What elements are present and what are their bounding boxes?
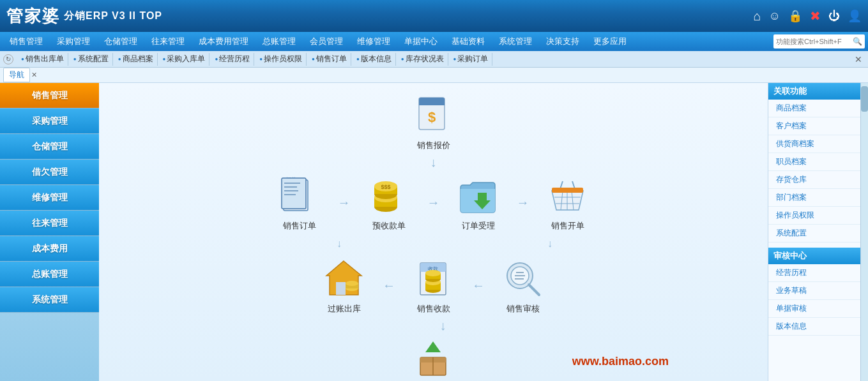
tab-sales-out[interactable]: ●销售出库单 xyxy=(17,53,68,66)
nav-item-contacts[interactable]: 往来管理 xyxy=(145,32,191,51)
tab-system-config[interactable]: ●系统配置 xyxy=(70,53,113,66)
nav-item-ledger[interactable]: 总账管理 xyxy=(256,32,302,51)
sidebar-item-repair[interactable]: 维修管理 xyxy=(0,185,99,211)
svg-point-44 xyxy=(425,270,441,276)
right-link-supplier[interactable]: 供货商档案 xyxy=(768,135,860,153)
right-link-customer[interactable]: 客户档案 xyxy=(768,117,860,135)
nav-item-member[interactable]: 会员管理 xyxy=(303,32,349,51)
sidebar-item-warehouse[interactable]: 仓储管理 xyxy=(0,134,99,160)
sidebar-item-system[interactable]: 系统管理 xyxy=(0,287,99,313)
power-icon[interactable]: ⏻ xyxy=(828,10,840,23)
sub-tabs: 导航 ✕ xyxy=(0,68,868,83)
node-post-out[interactable]: 过账出库 xyxy=(316,256,373,315)
sub-tab-nav[interactable]: 导航 xyxy=(3,68,30,82)
person-icon[interactable]: ☺ xyxy=(769,10,780,23)
nav-item-warehouse[interactable]: 仓储管理 xyxy=(98,32,144,51)
sidebar-item-sales[interactable]: 销售管理 xyxy=(0,83,99,108)
nav-search[interactable]: 🔍 xyxy=(773,34,865,49)
svg-rect-13 xyxy=(284,183,300,184)
sidebar-item-purchase[interactable]: 采购管理 xyxy=(0,108,99,134)
nav-item-repair[interactable]: 维修管理 xyxy=(351,32,397,51)
svg-rect-14 xyxy=(284,186,297,188)
svg-rect-49 xyxy=(515,275,525,276)
nav-item-more[interactable]: 更多应用 xyxy=(587,32,633,51)
svg-rect-50 xyxy=(515,278,524,280)
right-link-staff[interactable]: 职员档案 xyxy=(768,153,860,171)
header-icons: ⌂ ☺ 🔒 ✖ ⏻ 👤 xyxy=(754,8,862,24)
flow-row-3: 过账出库 → 收款 xyxy=(316,256,552,315)
tab-product[interactable]: ●商品档案 xyxy=(114,53,158,66)
header: 管家婆 分销ERP V3 II TOP ⌂ ☺ 🔒 ✖ ⏻ 👤 xyxy=(0,0,868,32)
node-sales-open-label: 销售开单 xyxy=(551,220,584,232)
right-link-operator[interactable]: 操作员权限 xyxy=(768,207,860,225)
node-sales-return[interactable]: 销售退货 xyxy=(405,336,462,381)
nav-item-cost[interactable]: 成本费用管理 xyxy=(192,32,255,51)
nav-item-system[interactable]: 系统管理 xyxy=(492,32,538,51)
sidebar-item-contacts[interactable]: 往来管理 xyxy=(0,211,99,236)
scrollbar[interactable] xyxy=(860,83,868,381)
tab-sales-order[interactable]: ●销售订单 xyxy=(308,53,351,66)
arrow-right-3: → xyxy=(517,195,529,210)
right-link-product[interactable]: 商品档案 xyxy=(768,100,860,117)
node-sales-audit-label: 销售审核 xyxy=(506,303,540,315)
node-post-out-label: 过账出库 xyxy=(328,303,361,315)
node-sales-collect-label: 销售收款 xyxy=(417,303,450,315)
arrow-down-return: ↓ xyxy=(440,319,446,332)
svg-rect-48 xyxy=(516,272,524,273)
arrow-left-1: → xyxy=(383,278,395,293)
node-sales-audit[interactable]: 销售审核 xyxy=(494,256,552,315)
node-sales-open[interactable]: 销售开单 xyxy=(539,173,597,232)
tab-purchase-order[interactable]: ●采购订单 xyxy=(450,53,493,66)
nav-item-sales[interactable]: 销售管理 xyxy=(3,32,49,51)
content-area: $ 销售报价 ↓ xyxy=(99,83,768,381)
lock-icon[interactable]: 🔒 xyxy=(788,9,802,23)
svg-rect-30 xyxy=(552,188,583,193)
tab-inventory-status[interactable]: ●库存状况表 xyxy=(397,53,448,66)
sidebar-item-ledger[interactable]: 总账管理 xyxy=(0,262,99,287)
node-sales-collect[interactable]: 收款 销售收款 xyxy=(405,256,462,315)
search-icon[interactable]: 🔍 xyxy=(853,37,862,46)
right-link-dept[interactable]: 部门档案 xyxy=(768,189,860,207)
tab-version[interactable]: ●版本信息 xyxy=(353,53,396,66)
right-link-doc-audit[interactable]: 单据审核 xyxy=(768,300,860,318)
tabs-bar: ↻ ●销售出库单 ●系统配置 ●商品档案 ●采购入库单 ●经营历程 ●操作员权限… xyxy=(0,51,868,68)
sub-tab-close[interactable]: ✕ xyxy=(31,71,37,79)
svg-rect-32 xyxy=(336,282,346,295)
user-icon[interactable]: 👤 xyxy=(848,9,862,23)
home-icon[interactable]: ⌂ xyxy=(754,9,761,24)
right-link-biz-history[interactable]: 经营历程 xyxy=(768,264,860,282)
flow-row-arrows: ↓ ↓ xyxy=(288,238,579,250)
refresh-button[interactable]: ↻ xyxy=(3,54,13,64)
arrow-right-1: → xyxy=(338,195,351,210)
close-circle-icon[interactable]: ✖ xyxy=(810,8,821,24)
tab-purchase-in[interactable]: ●采购入库单 xyxy=(159,53,210,66)
nav-item-docs[interactable]: 单据中心 xyxy=(398,32,444,51)
right-link-syscfg[interactable]: 系统配置 xyxy=(768,225,860,243)
svg-text:$$$: $$$ xyxy=(381,184,390,190)
sidebar-container: 销售管理 采购管理 仓储管理 借欠管理 维修管理 往来管理 成本费用 总账管理 … xyxy=(0,83,99,381)
nav-item-basic[interactable]: 基础资料 xyxy=(445,32,491,51)
right-link-version[interactable]: 版本信息 xyxy=(768,318,860,336)
node-sales-quote[interactable]: $ 销售报价 xyxy=(405,93,462,151)
tab-biz-history[interactable]: ●经营历程 xyxy=(211,53,254,66)
node-sales-order[interactable]: 订单 销售订单 xyxy=(271,173,328,232)
arrow-down-post: ↓ xyxy=(310,238,368,250)
flow-row-1: $ 销售报价 xyxy=(405,93,462,151)
node-order-accept[interactable]: 订单受理 xyxy=(450,173,507,232)
sidebar-item-cost[interactable]: 成本费用 xyxy=(0,236,99,262)
node-sales-order-label: 销售订单 xyxy=(283,220,316,232)
arrow-left-2: → xyxy=(472,278,485,293)
right-link-draft[interactable]: 业务草稿 xyxy=(768,282,860,300)
node-prepay[interactable]: $$$ 预收款单 xyxy=(360,173,418,232)
right-section-title-audit: 审核中心 xyxy=(768,248,860,264)
tab-operator-perm[interactable]: ●操作员权限 xyxy=(255,53,307,66)
nav-item-decision[interactable]: 决策支持 xyxy=(540,32,586,51)
right-link-warehouse[interactable]: 存货仓库 xyxy=(768,171,860,189)
sidebar-item-debt[interactable]: 借欠管理 xyxy=(0,160,99,185)
scrollbar-thumb[interactable] xyxy=(861,86,868,112)
tabs-close-button[interactable]: ✕ xyxy=(852,54,865,64)
node-order-accept-label: 订单受理 xyxy=(462,220,495,232)
nav-item-purchase[interactable]: 采购管理 xyxy=(50,32,96,51)
svg-point-35 xyxy=(346,281,358,286)
search-input[interactable] xyxy=(776,38,853,45)
